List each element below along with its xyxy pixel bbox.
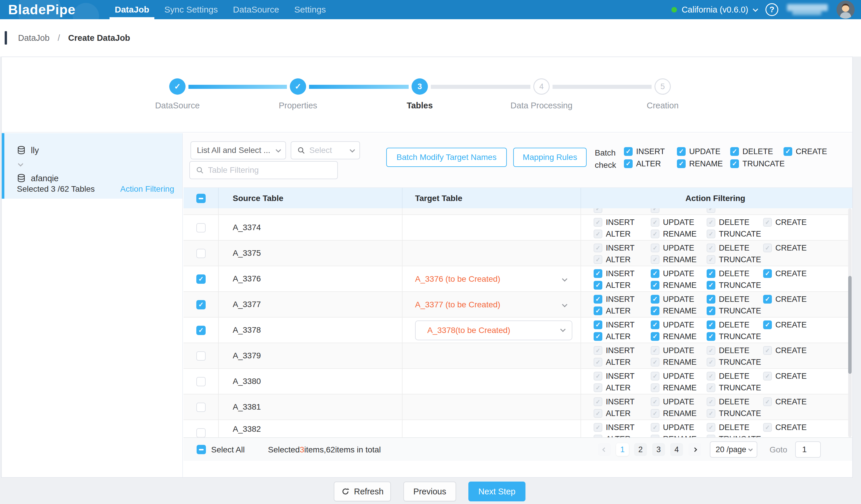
checkbox-label: DELETE <box>719 397 749 406</box>
checkbox-alter[interactable] <box>593 307 602 315</box>
region-selector[interactable]: California (v0.6.0) <box>671 5 757 15</box>
checkbox-delete[interactable] <box>707 321 715 329</box>
table-footer: Select All Selected 3 items, 62 items in… <box>183 437 852 461</box>
table-scrollbar-thumb[interactable] <box>848 276 852 374</box>
row-action-insert: INSERT <box>593 218 635 227</box>
checkbox-rename[interactable] <box>651 307 659 315</box>
database-icon <box>16 173 26 183</box>
row-action-insert: INSERT <box>593 423 635 432</box>
checkbox-delete <box>707 397 715 406</box>
checkbox-create <box>763 423 772 432</box>
row-select-checkbox[interactable] <box>196 403 206 412</box>
top-navbar: BladePipe DataJobSync SettingsDataSource… <box>0 0 861 19</box>
checkbox-insert[interactable] <box>624 147 633 156</box>
checkbox-update[interactable] <box>677 147 686 156</box>
page-size-select[interactable]: 20 /page <box>710 441 757 458</box>
select-all-checkbox[interactable] <box>196 445 206 454</box>
pagination-page-3[interactable]: 3 <box>652 443 665 456</box>
checkbox-delete[interactable] <box>730 147 739 156</box>
checkbox-insert[interactable] <box>593 295 602 303</box>
checkbox-create[interactable] <box>763 295 772 303</box>
checkbox-label: ALTER <box>606 358 631 367</box>
checkbox-update[interactable] <box>651 321 659 329</box>
column-select[interactable]: Select <box>291 141 360 159</box>
row-select-checkbox[interactable] <box>196 274 206 284</box>
list-mode-select[interactable]: List All and Select ... <box>191 141 286 159</box>
checkbox-create[interactable] <box>763 269 772 278</box>
row-select-checkbox[interactable] <box>196 326 206 335</box>
checkbox-create[interactable] <box>783 147 792 156</box>
row-action-insert: INSERT <box>593 346 635 355</box>
checkbox-rename[interactable] <box>677 159 686 168</box>
nav-tab-sync-settings[interactable]: Sync Settings <box>157 0 225 19</box>
nav-tab-datasource[interactable]: DataSource <box>226 0 287 19</box>
checkbox-rename[interactable] <box>651 332 659 341</box>
app-logo: BladePipe <box>8 0 76 19</box>
nav-tab-datajob[interactable]: DataJob <box>107 0 157 19</box>
column-header-action-filtering: Action Filtering <box>580 188 850 209</box>
chevron-down-icon[interactable] <box>562 277 566 283</box>
checkbox-alter[interactable] <box>593 332 602 341</box>
checkbox-rename[interactable] <box>651 281 659 289</box>
target-table-name[interactable]: A_3376 (to be Created) <box>415 266 501 292</box>
sidebar-selected-panel[interactable]: lly afanqie Selected 3 /62 Tables Action… <box>2 133 182 199</box>
pagination-page-4[interactable]: 4 <box>670 443 683 456</box>
nav-tab-settings[interactable]: Settings <box>287 0 333 19</box>
row-action-insert: INSERT <box>593 320 635 329</box>
database-icon <box>16 145 26 155</box>
row-action-truncate: TRUNCATE <box>707 409 761 418</box>
checkbox-alter[interactable] <box>593 281 602 289</box>
action-filtering-link[interactable]: Action Filtering <box>120 185 174 194</box>
breadcrumb-parent[interactable]: DataJob <box>18 33 50 43</box>
target-table-name[interactable]: A_3377 (to be Created) <box>415 292 501 317</box>
goto-page-input[interactable] <box>795 441 821 458</box>
region-label: California (v0.6.0) <box>682 5 748 15</box>
pagination-page-1[interactable]: 1 <box>616 443 629 456</box>
pagination-page-2[interactable]: 2 <box>634 443 647 456</box>
row-select-checkbox[interactable] <box>196 249 206 258</box>
pagination-prev[interactable] <box>598 443 611 456</box>
target-table-select[interactable]: A_3378(to be Created) <box>415 321 572 340</box>
batch-modify-target-names-button[interactable]: Batch Modify Target Names <box>386 148 507 167</box>
page: BladePipe DataJobSync SettingsDataSource… <box>0 0 861 504</box>
list-mode-value: List All and Select ... <box>197 146 272 155</box>
mapping-rules-button[interactable]: Mapping Rules <box>513 148 587 167</box>
checkbox-label: DELETE <box>742 147 773 156</box>
chevron-down-icon <box>753 6 758 12</box>
chevron-down-icon[interactable] <box>562 303 566 308</box>
pagination-next[interactable] <box>688 443 701 456</box>
row-action-create: CREATE <box>763 320 807 329</box>
checkbox-update[interactable] <box>651 269 659 278</box>
refresh-button[interactable]: Refresh <box>334 481 391 501</box>
row-select-checkbox[interactable] <box>196 300 206 309</box>
checkbox-insert[interactable] <box>593 321 602 329</box>
row-select-checkbox[interactable] <box>196 223 206 232</box>
select-all-header-checkbox[interactable] <box>196 194 206 203</box>
table-filter-input[interactable]: Table Filtering <box>189 161 338 179</box>
row-select-checkbox[interactable] <box>196 377 206 386</box>
checkbox-truncate[interactable] <box>707 281 715 289</box>
row-select-checkbox[interactable] <box>196 351 206 361</box>
help-icon[interactable]: ? <box>765 3 778 16</box>
previous-button[interactable]: Previous <box>404 481 456 501</box>
table-row-A_3379: A_3379INSERTUPDATEDELETECREATEALTERRENAM… <box>183 343 850 369</box>
checkbox-update[interactable] <box>651 295 659 303</box>
next-step-button[interactable]: Next Step <box>468 481 525 501</box>
checkbox-truncate[interactable] <box>707 307 715 315</box>
checkbox-create[interactable] <box>763 321 772 329</box>
row-action-create: CREATE <box>763 218 807 227</box>
checkbox-rename <box>651 255 659 264</box>
row-action-alter: ALTER <box>593 434 631 437</box>
checkbox-delete[interactable] <box>707 269 715 278</box>
checkbox-label: RENAME <box>663 255 697 264</box>
row-action-insert: INSERT <box>593 371 635 381</box>
step-circle-2: ✓ <box>290 78 306 95</box>
checkbox-alter[interactable] <box>624 159 633 168</box>
row-action-insert: INSERT <box>593 397 635 406</box>
checkbox-delete[interactable] <box>707 295 715 303</box>
checkbox-truncate[interactable] <box>707 332 715 341</box>
avatar[interactable] <box>836 1 855 19</box>
row-select-checkbox[interactable] <box>196 428 206 437</box>
checkbox-truncate[interactable] <box>730 159 739 168</box>
checkbox-insert[interactable] <box>593 269 602 278</box>
